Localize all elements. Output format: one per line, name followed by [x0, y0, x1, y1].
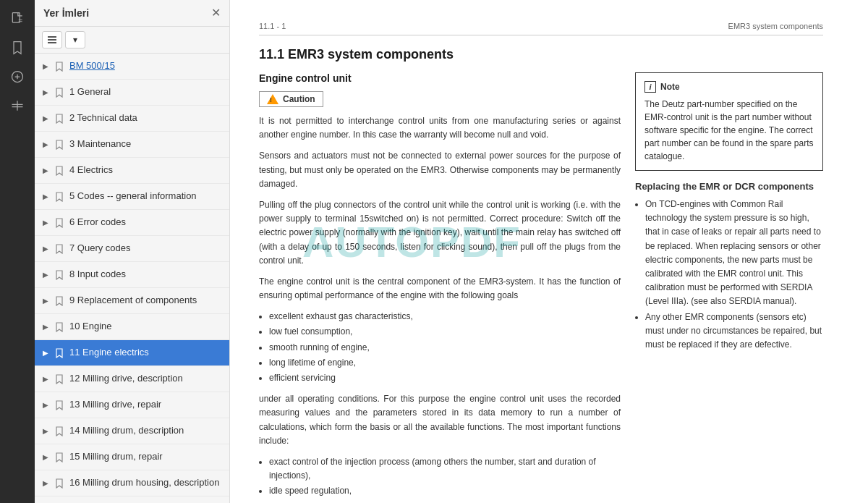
- paragraph-1: It is not permitted to interchange contr…: [259, 114, 621, 142]
- expand-icon-12[interactable]: ▶: [41, 374, 51, 384]
- goal-item-1: low fuel consumption,: [269, 325, 621, 339]
- item-label-3: 3 Maintenance: [69, 138, 131, 151]
- item-label-4: 4 Electrics: [69, 164, 113, 177]
- bookmark-icon-1: [54, 87, 65, 98]
- left-toolbar: [0, 0, 35, 503]
- sidebar-item-16[interactable]: ▶ 16 Milling drum housing, description: [35, 470, 229, 496]
- svg-rect-2: [19, 21, 22, 22]
- expand-icon-9[interactable]: ▶: [41, 296, 51, 306]
- item-label-8: 8 Input codes: [69, 269, 126, 281]
- expand-icon-2[interactable]: ▶: [41, 114, 51, 124]
- note-icon: i: [644, 81, 656, 93]
- expand-icon-13[interactable]: ▶: [41, 400, 51, 410]
- expand-icon-3[interactable]: ▶: [41, 140, 51, 150]
- bookmark-icon-11: [54, 347, 65, 359]
- function-item-2: regulation of exhaust gas recirculation,: [269, 500, 621, 504]
- item-label-14: 14 Milling drum, description: [69, 425, 184, 437]
- item-label-13: 13 Milling drive, repair: [69, 399, 161, 411]
- expand-icon-bm500[interactable]: ▶: [41, 62, 51, 72]
- bookmark-icon-13: [54, 400, 65, 411]
- main-content: AUTOPDF 11.1 - 1 EMR3 system components …: [230, 0, 868, 503]
- side-column: i Note The Deutz part-number specified o…: [635, 72, 823, 503]
- expand-icon-5[interactable]: ▶: [41, 192, 51, 202]
- item-label-9: 9 Replacement of components: [69, 295, 197, 307]
- content-layout: Engine control unit Caution It is not pe…: [259, 72, 823, 503]
- expand-icon-1[interactable]: ▶: [41, 88, 51, 98]
- svg-rect-6: [48, 42, 56, 43]
- expand-icon-8[interactable]: ▶: [41, 270, 51, 280]
- page-number: 11.1 - 1: [259, 22, 286, 30]
- function-item-0: exact control of the injection process (…: [269, 455, 621, 483]
- sidebar-item-13[interactable]: ▶ 13 Milling drive, repair: [35, 392, 229, 418]
- expand-icon-6[interactable]: ▶: [41, 218, 51, 228]
- sidebar-item-11[interactable]: ▶ 11 Engine electrics: [35, 340, 229, 366]
- caution-triangle-icon: [267, 94, 278, 104]
- page-content-area: AUTOPDF 11.1 - 1 EMR3 system components …: [230, 0, 852, 503]
- item-label-6: 6 Error codes: [69, 216, 126, 229]
- svg-rect-0: [12, 13, 20, 22]
- sidebar-dropdown-button[interactable]: ▾: [65, 31, 85, 48]
- sidebar-close-button[interactable]: ✕: [211, 7, 221, 19]
- sidebar-item-bm500[interactable]: ▶ BM 500/15: [35, 54, 229, 80]
- item-label-16: 16 Milling drum housing, description: [69, 477, 219, 489]
- toolbar-attachment-icon[interactable]: [6, 94, 29, 117]
- expand-icon-15[interactable]: ▶: [41, 452, 51, 462]
- functions-list: exact control of the injection process (…: [269, 455, 621, 503]
- sidebar: Yer İmleri ✕ ▾ ▶ BM 500/15▶ 1 General▶ 2…: [35, 0, 230, 503]
- note-title: Note: [660, 80, 680, 93]
- subsection-title: Engine control unit: [259, 72, 621, 84]
- page-header-bar: 11.1 - 1 EMR3 system components: [259, 22, 823, 35]
- bookmark-icon-15: [54, 452, 65, 463]
- sidebar-item-3[interactable]: ▶ 3 Maintenance: [35, 132, 229, 158]
- bookmark-icon-16: [54, 478, 65, 489]
- sidebar-item-15[interactable]: ▶ 15 Milling drum, repair: [35, 444, 229, 470]
- replacing-title: Replacing the EMR or DCR components: [635, 181, 823, 192]
- paragraph-2: Sensors and actuators must not be connec…: [259, 149, 621, 191]
- toolbar-bookmark-icon[interactable]: [6, 36, 29, 59]
- goal-item-2: smooth running of engine,: [269, 341, 621, 355]
- expand-icon-11[interactable]: ▶: [41, 348, 51, 358]
- expand-icon-4[interactable]: ▶: [41, 166, 51, 176]
- caution-label: Caution: [283, 94, 315, 104]
- sidebar-item-6[interactable]: ▶ 6 Error codes: [35, 210, 229, 236]
- sidebar-item-10[interactable]: ▶ 10 Engine: [35, 314, 229, 340]
- expand-icon-7[interactable]: ▶: [41, 244, 51, 254]
- sidebar-item-14[interactable]: ▶ 14 Milling drum, description: [35, 418, 229, 444]
- bookmark-icon-10: [54, 321, 65, 333]
- sidebar-item-1[interactable]: ▶ 1 General: [35, 80, 229, 106]
- toolbar-link-icon[interactable]: [6, 65, 29, 88]
- sidebar-item-12[interactable]: ▶ 12 Milling drive, description: [35, 366, 229, 392]
- function-item-1: idle speed regulation,: [269, 484, 621, 498]
- bookmark-icon-bm500: [54, 61, 65, 72]
- item-label-12: 12 Milling drive, description: [69, 373, 183, 385]
- note-text: The Deutz part-number specified on the E…: [644, 98, 814, 163]
- caution-box: Caution: [259, 91, 323, 107]
- expand-icon-16[interactable]: ▶: [41, 478, 51, 489]
- note-box: i Note The Deutz part-number specified o…: [635, 72, 823, 171]
- svg-rect-5: [48, 39, 56, 41]
- sidebar-item-2[interactable]: ▶ 2 Technical data: [35, 106, 229, 132]
- sidebar-header: Yer İmleri ✕: [35, 0, 229, 27]
- item-label-11: 11 Engine electrics: [69, 347, 149, 359]
- goals-list: excellent exhaust gas characteristics,lo…: [269, 310, 621, 385]
- bookmark-icon-3: [54, 139, 65, 151]
- sidebar-item-8[interactable]: ▶ 8 Input codes: [35, 262, 229, 288]
- sidebar-list-view-button[interactable]: [42, 31, 62, 48]
- svg-rect-4: [48, 36, 56, 38]
- toolbar-document-icon[interactable]: [6, 7, 29, 30]
- expand-icon-14[interactable]: ▶: [41, 426, 51, 436]
- replacing-list: On TCD-engines with Common Rail technolo…: [645, 198, 823, 352]
- sidebar-item-9[interactable]: ▶ 9 Replacement of components: [35, 288, 229, 314]
- bookmark-icon-2: [54, 113, 65, 124]
- sidebar-toolbar: ▾: [35, 27, 229, 54]
- sidebar-item-5[interactable]: ▶ 5 Codes -- general information: [35, 184, 229, 210]
- expand-icon-10[interactable]: ▶: [41, 322, 51, 332]
- bookmark-icon-7: [54, 243, 65, 255]
- goal-item-0: excellent exhaust gas characteristics,: [269, 310, 621, 324]
- sidebar-item-4[interactable]: ▶ 4 Electrics: [35, 158, 229, 184]
- item-label-1: 1 General: [69, 86, 111, 98]
- sidebar-item-7[interactable]: ▶ 7 Query codes: [35, 236, 229, 262]
- bookmark-icon-9: [54, 295, 65, 307]
- note-header: i Note: [644, 80, 814, 93]
- goal-item-3: long lifetime of engine,: [269, 356, 621, 370]
